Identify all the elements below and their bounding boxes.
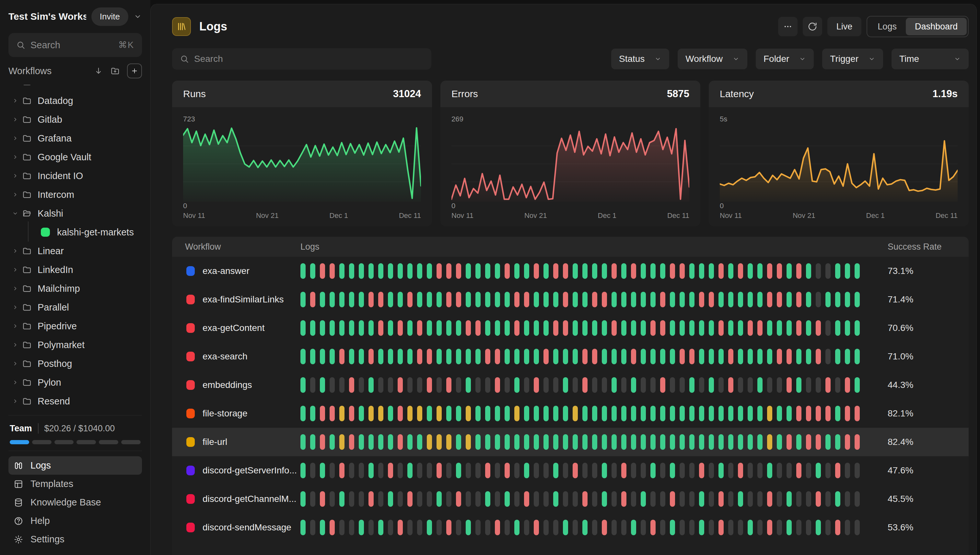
log-bar[interactable] — [456, 434, 461, 450]
log-bar[interactable] — [767, 349, 772, 364]
log-bar[interactable] — [854, 377, 860, 393]
log-bar[interactable] — [456, 491, 461, 507]
log-bar[interactable] — [699, 263, 704, 279]
log-bar[interactable] — [349, 491, 354, 507]
log-bar[interactable] — [748, 406, 753, 421]
log-bar[interactable] — [611, 520, 617, 535]
sidebar-search[interactable]: ⌘K — [8, 33, 142, 57]
log-bar[interactable] — [611, 406, 617, 421]
log-bar[interactable] — [485, 292, 490, 307]
log-bar[interactable] — [485, 434, 490, 450]
log-bar[interactable] — [553, 434, 558, 450]
log-bar[interactable] — [427, 377, 432, 393]
log-bar[interactable] — [339, 434, 344, 450]
log-bar[interactable] — [573, 520, 578, 535]
log-bar[interactable] — [485, 349, 490, 364]
log-bar[interactable] — [689, 377, 695, 393]
log-bar[interactable] — [777, 292, 782, 307]
log-bar[interactable] — [301, 320, 306, 336]
log-bar[interactable] — [397, 349, 403, 364]
log-bar[interactable] — [787, 292, 792, 307]
log-bar[interactable] — [806, 463, 811, 478]
log-bar[interactable] — [660, 320, 665, 336]
log-bar[interactable] — [407, 406, 412, 421]
log-bar[interactable] — [417, 434, 422, 450]
log-bar[interactable] — [757, 377, 763, 393]
log-bar[interactable] — [388, 292, 393, 307]
log-bar[interactable] — [524, 520, 529, 535]
log-bar[interactable] — [767, 463, 772, 478]
log-bar[interactable] — [475, 377, 481, 393]
log-bar[interactable] — [854, 320, 860, 336]
log-bar[interactable] — [767, 320, 772, 336]
log-bar[interactable] — [592, 349, 597, 364]
log-bar[interactable] — [592, 491, 597, 507]
log-bar[interactable] — [854, 292, 860, 307]
log-bar[interactable] — [826, 491, 830, 507]
log-bar[interactable] — [854, 263, 860, 279]
log-bar[interactable] — [339, 320, 344, 336]
log-bar[interactable] — [621, 292, 626, 307]
log-bar[interactable] — [505, 463, 510, 478]
log-bar[interactable] — [602, 263, 607, 279]
log-bar[interactable] — [738, 434, 743, 450]
log-bar[interactable] — [699, 434, 704, 450]
log-bar[interactable] — [534, 320, 539, 336]
log-bar[interactable] — [378, 292, 383, 307]
log-bar[interactable] — [835, 377, 840, 393]
log-bar[interactable] — [592, 406, 597, 421]
sidebar-folder-s3[interactable]: S3 — [8, 411, 142, 415]
log-bar[interactable] — [369, 377, 374, 393]
log-bar[interactable] — [427, 463, 432, 478]
log-bar[interactable] — [436, 520, 442, 535]
table-row[interactable]: discord-getServerInfo...47.6% — [172, 456, 969, 485]
log-bar[interactable] — [407, 349, 412, 364]
log-bar[interactable] — [436, 349, 442, 364]
log-bar[interactable] — [641, 377, 646, 393]
log-bar[interactable] — [349, 349, 354, 364]
log-bar[interactable] — [777, 463, 782, 478]
sidebar-item-templates[interactable]: Templates — [8, 475, 142, 493]
log-bar[interactable] — [417, 349, 422, 364]
log-bar[interactable] — [699, 349, 704, 364]
log-bar[interactable] — [738, 320, 743, 336]
table-row[interactable]: exa-getContent70.6% — [172, 314, 969, 342]
log-bar[interactable] — [320, 263, 325, 279]
log-bar[interactable] — [505, 520, 510, 535]
log-bar[interactable] — [757, 491, 763, 507]
log-bar[interactable] — [466, 406, 471, 421]
log-bar[interactable] — [388, 377, 393, 393]
log-bar[interactable] — [679, 377, 685, 393]
log-bar[interactable] — [573, 434, 578, 450]
log-bar[interactable] — [301, 263, 306, 279]
log-bar[interactable] — [436, 320, 442, 336]
log-bar[interactable] — [757, 320, 763, 336]
log-bar[interactable] — [417, 491, 422, 507]
log-bar[interactable] — [330, 377, 335, 393]
log-bar[interactable] — [845, 292, 850, 307]
log-bar[interactable] — [699, 320, 704, 336]
log-bar[interactable] — [660, 463, 665, 478]
sidebar-folder-gitlab[interactable]: Gitlab — [8, 110, 142, 129]
log-bar[interactable] — [485, 491, 490, 507]
log-bar[interactable] — [485, 377, 490, 393]
log-bar[interactable] — [621, 434, 626, 450]
log-bar[interactable] — [689, 263, 695, 279]
log-bar[interactable] — [816, 292, 821, 307]
log-bar[interactable] — [583, 377, 587, 393]
log-bar[interactable] — [777, 406, 782, 421]
log-bar[interactable] — [417, 463, 422, 478]
log-bar[interactable] — [806, 406, 811, 421]
log-bar[interactable] — [611, 434, 617, 450]
log-bar[interactable] — [738, 263, 743, 279]
log-bar[interactable] — [738, 520, 743, 535]
log-bar[interactable] — [592, 292, 597, 307]
log-bar[interactable] — [514, 434, 520, 450]
log-bar[interactable] — [378, 520, 383, 535]
log-bar[interactable] — [816, 263, 821, 279]
log-bar[interactable] — [388, 463, 393, 478]
log-bar[interactable] — [349, 292, 354, 307]
log-bar[interactable] — [301, 434, 306, 450]
log-bar[interactable] — [553, 377, 558, 393]
log-bar[interactable] — [631, 520, 636, 535]
